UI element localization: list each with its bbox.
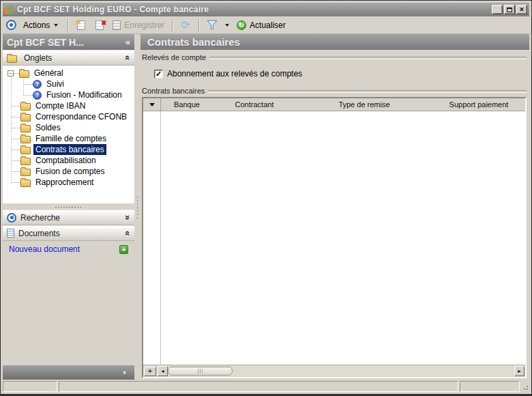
tree-item-general[interactable]: -Général: [3, 68, 134, 79]
tree-connector: [12, 139, 20, 139]
tree-connector: [12, 128, 20, 128]
tree-item-label: Famille de comptes: [33, 133, 108, 144]
column-header-2[interactable]: Type de remise: [296, 98, 432, 111]
document-icon: [7, 229, 14, 238]
sidebar-bottom-bar[interactable]: ▾: [3, 365, 134, 380]
tree-item-fusion-modification[interactable]: ?Fusion - Modification: [3, 89, 134, 100]
app-window: Cpt BCF SET Holding EURO - Compte bancai…: [0, 0, 532, 396]
column-header-1[interactable]: Contractant: [213, 98, 296, 111]
bullseye-icon: [7, 213, 16, 223]
tree-item-label: Soldes: [33, 122, 63, 133]
tree-item-comptabilisation[interactable]: Comptabilisation: [3, 155, 134, 166]
status-panel: [460, 381, 520, 392]
chevron-down-icon: [54, 24, 58, 27]
refresh-button[interactable]: ⟳: [177, 18, 194, 32]
actualiser-button[interactable]: ↻ Actualiser: [234, 20, 289, 30]
delete-x-icon: ✖: [101, 19, 106, 27]
tree-item-label: Rapprochement: [33, 177, 95, 188]
toolbar-separator: [198, 19, 199, 31]
abonnement-checkbox-label: Abonnement aux relevés de comptes: [167, 69, 302, 79]
check-icon: ✓: [156, 70, 162, 77]
help-icon: ?: [33, 80, 42, 89]
tree-item-correspondance-cfonb[interactable]: Correspondance CFONB: [3, 111, 134, 122]
horizontal-splitter[interactable]: ..........: [3, 203, 134, 210]
save-button[interactable]: Enregistrer: [110, 20, 167, 30]
tree-item-contrats-bancaires[interactable]: Contrats bancaires: [3, 144, 134, 155]
scroll-right-button[interactable]: ►: [514, 366, 524, 376]
section-header-documents[interactable]: Documents «: [3, 225, 134, 241]
main-panel: Contrats bancaires Relevés de compte ✓ A…: [141, 34, 529, 380]
close-button[interactable]: ✕: [516, 5, 527, 14]
scroll-left-button[interactable]: ◄: [158, 366, 168, 376]
minimize-button[interactable]: _: [492, 5, 503, 14]
contrats-table: BanqueContractantType de remiseSupport p…: [142, 97, 527, 378]
page-title: Contrats bancaires: [147, 36, 240, 48]
tree-expander-icon[interactable]: -: [8, 70, 14, 76]
tree-item-label: Suivi: [44, 79, 66, 89]
tree-item-compte-iban[interactable]: Compte IBAN: [3, 100, 134, 111]
section-header-recherche[interactable]: Recherche »: [3, 210, 134, 225]
resize-grip[interactable]: [521, 381, 529, 392]
triangle-down-icon: [149, 103, 155, 107]
chevron-down-icon: ▾: [123, 369, 126, 376]
column-header-3[interactable]: Support paiement: [432, 98, 525, 111]
nouveau-document-link[interactable]: Nouveau document: [9, 244, 119, 254]
column-header-0[interactable]: Banque: [161, 98, 213, 111]
tree-item-fusion-de-comptes[interactable]: Fusion de comptes: [3, 166, 134, 177]
sidebar-header-title: Cpt BCF SET H...: [7, 37, 125, 48]
toolbar-separator: [172, 19, 173, 31]
vertical-splitter[interactable]: [134, 34, 141, 380]
group-label-contrats: Contrats bancaires: [142, 86, 527, 96]
row-selector-header[interactable]: [143, 98, 161, 111]
folder-icon: [20, 136, 31, 143]
folder-icon: [19, 70, 29, 78]
chevron-double-down-icon: »: [123, 215, 133, 220]
actions-label: Actions: [23, 20, 50, 30]
section-header-onglets[interactable]: Onglets «: [3, 50, 134, 66]
table-header-row: BanqueContractantType de remiseSupport p…: [143, 98, 525, 111]
toolbar-separator: [68, 19, 68, 31]
folder-icon: [7, 55, 17, 63]
refresh-icon: ⟳: [181, 20, 190, 30]
sidebar-collapse-button[interactable]: «: [125, 37, 130, 47]
filter-dropdown-button[interactable]: [225, 24, 229, 27]
tree-connector: [24, 95, 33, 96]
group-label-releves: Relevés de compte: [142, 53, 527, 62]
close-icon: ✕: [519, 7, 524, 13]
add-document-button[interactable]: +: [119, 245, 128, 254]
main-body: Relevés de compte ✓ Abonnement aux relev…: [141, 50, 529, 380]
save-label: Enregistrer: [124, 20, 164, 30]
minimize-icon: _: [495, 9, 499, 15]
chevron-double-up-icon: «: [123, 231, 133, 236]
tree-item-label: Compte IBAN: [33, 100, 87, 111]
tree-item-rapprochement[interactable]: Rapprochement: [3, 177, 134, 188]
sidebar: Cpt BCF SET H... « Onglets « -Général?Su…: [3, 34, 134, 380]
actions-button[interactable]: Actions: [18, 19, 63, 31]
folder-icon: [20, 147, 31, 154]
new-document-button[interactable]: ★: [73, 18, 89, 32]
splitter-grip-dots: ..........: [55, 203, 83, 207]
section-recherche-label: Recherche: [20, 213, 121, 223]
app-icon: [5, 5, 14, 14]
scrollbar-thumb[interactable]: [168, 367, 233, 376]
section-documents-label: Documents: [18, 229, 121, 238]
tree-item-soldes[interactable]: Soldes: [3, 122, 134, 133]
filter-button[interactable]: [204, 18, 220, 32]
toolbar: Actions ★ ✖ Enregistrer ⟳ ↻ Actua: [3, 16, 529, 34]
maximize-button[interactable]: [504, 5, 515, 14]
abonnement-checkbox[interactable]: ✓: [154, 70, 163, 79]
horizontal-scrollbar[interactable]: ◄ ►: [158, 366, 524, 376]
add-row-button[interactable]: +: [144, 367, 156, 376]
bullseye-icon: [6, 20, 16, 30]
folder-icon: [20, 169, 31, 176]
title-bar: Cpt BCF SET Holding EURO - Compte bancai…: [3, 3, 529, 16]
actualiser-icon: ↻: [237, 20, 246, 30]
delete-button[interactable]: ✖: [91, 18, 108, 32]
tree-item-famille-de-comptes[interactable]: Famille de comptes: [3, 133, 134, 144]
section-onglets-label: Onglets: [24, 53, 121, 63]
releves-label: Relevés de compte: [142, 53, 206, 61]
folder-icon: [20, 180, 31, 187]
window-title: Cpt BCF SET Holding EURO - Compte bancai…: [17, 5, 492, 14]
tree-connector: [12, 150, 20, 150]
tree-item-suivi[interactable]: ?Suivi: [3, 79, 134, 89]
